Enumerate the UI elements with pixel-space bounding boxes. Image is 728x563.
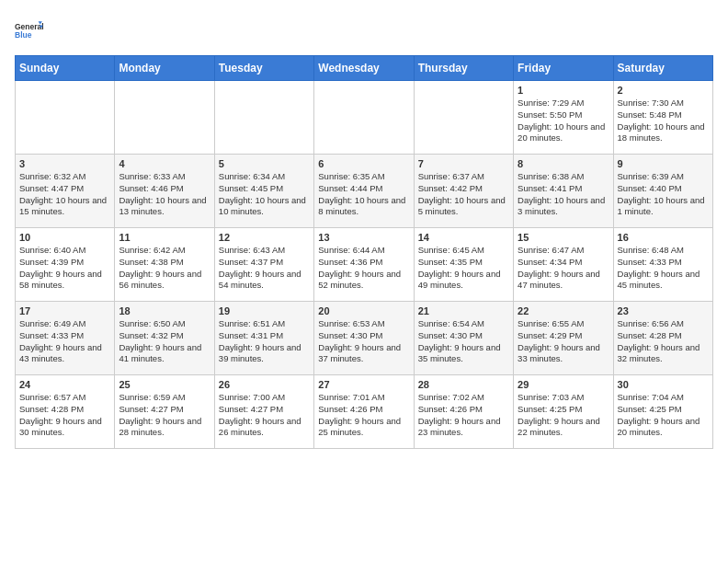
day-info: Sunrise: 6:38 AMSunset: 4:41 PMDaylight:… — [518, 171, 609, 218]
day-cell: 16Sunrise: 6:48 AMSunset: 4:33 PMDayligh… — [613, 228, 712, 302]
day-cell: 5Sunrise: 6:34 AMSunset: 4:45 PMDaylight… — [214, 155, 313, 228]
header-cell-sunday: Sunday — [16, 56, 115, 81]
day-cell: 9Sunrise: 6:39 AMSunset: 4:40 PMDaylight… — [613, 155, 712, 228]
day-cell: 8Sunrise: 6:38 AMSunset: 4:41 PMDaylight… — [514, 155, 613, 228]
day-info: Sunrise: 6:50 AMSunset: 4:32 PMDaylight:… — [119, 318, 210, 365]
day-info: Sunrise: 6:37 AMSunset: 4:42 PMDaylight:… — [418, 171, 509, 218]
header-cell-saturday: Saturday — [613, 56, 712, 81]
day-cell: 19Sunrise: 6:51 AMSunset: 4:31 PMDayligh… — [214, 302, 313, 375]
day-cell — [414, 81, 513, 155]
day-number: 17 — [19, 305, 110, 316]
day-number: 15 — [518, 232, 609, 243]
day-number: 3 — [19, 158, 110, 169]
day-cell: 29Sunrise: 7:03 AMSunset: 4:25 PMDayligh… — [514, 375, 613, 449]
day-info: Sunrise: 7:00 AMSunset: 4:27 PMDaylight:… — [219, 392, 310, 439]
day-number: 9 — [618, 158, 709, 169]
day-info: Sunrise: 6:33 AMSunset: 4:46 PMDaylight:… — [119, 171, 210, 218]
day-cell — [214, 81, 313, 155]
day-info: Sunrise: 7:04 AMSunset: 4:25 PMDaylight:… — [618, 392, 709, 439]
day-number: 27 — [318, 379, 409, 390]
week-row-3: 17Sunrise: 6:49 AMSunset: 4:33 PMDayligh… — [16, 302, 713, 375]
day-number: 11 — [119, 232, 210, 243]
day-cell — [16, 81, 115, 155]
day-number: 7 — [418, 158, 509, 169]
day-info: Sunrise: 6:40 AMSunset: 4:39 PMDaylight:… — [19, 245, 110, 292]
day-info: Sunrise: 6:59 AMSunset: 4:27 PMDaylight:… — [119, 392, 210, 439]
day-number: 2 — [618, 85, 709, 96]
day-number: 19 — [219, 305, 310, 316]
day-number: 30 — [618, 379, 709, 390]
calendar-table: SundayMondayTuesdayWednesdayThursdayFrid… — [15, 55, 713, 449]
day-info: Sunrise: 6:39 AMSunset: 4:40 PMDaylight:… — [618, 171, 709, 218]
day-info: Sunrise: 7:03 AMSunset: 4:25 PMDaylight:… — [518, 392, 609, 439]
calendar-header: SundayMondayTuesdayWednesdayThursdayFrid… — [16, 56, 713, 81]
day-cell: 10Sunrise: 6:40 AMSunset: 4:39 PMDayligh… — [16, 228, 115, 302]
day-number: 23 — [618, 305, 709, 316]
day-info: Sunrise: 6:35 AMSunset: 4:44 PMDaylight:… — [318, 171, 409, 218]
day-info: Sunrise: 6:44 AMSunset: 4:36 PMDaylight:… — [318, 245, 409, 292]
day-number: 12 — [219, 232, 310, 243]
day-cell — [115, 81, 214, 155]
day-cell: 25Sunrise: 6:59 AMSunset: 4:27 PMDayligh… — [115, 375, 214, 449]
day-cell: 20Sunrise: 6:53 AMSunset: 4:30 PMDayligh… — [314, 302, 414, 375]
day-cell: 22Sunrise: 6:55 AMSunset: 4:29 PMDayligh… — [514, 302, 613, 375]
week-row-1: 3Sunrise: 6:32 AMSunset: 4:47 PMDaylight… — [16, 155, 713, 228]
header-cell-tuesday: Tuesday — [214, 56, 313, 81]
day-cell: 14Sunrise: 6:45 AMSunset: 4:35 PMDayligh… — [414, 228, 513, 302]
day-info: Sunrise: 6:43 AMSunset: 4:37 PMDaylight:… — [219, 245, 310, 292]
day-info: Sunrise: 6:53 AMSunset: 4:30 PMDaylight:… — [318, 318, 409, 365]
day-number: 26 — [219, 379, 310, 390]
day-info: Sunrise: 6:56 AMSunset: 4:28 PMDaylight:… — [618, 318, 709, 365]
day-info: Sunrise: 7:02 AMSunset: 4:26 PMDaylight:… — [418, 392, 509, 439]
day-cell: 11Sunrise: 6:42 AMSunset: 4:38 PMDayligh… — [115, 228, 214, 302]
day-number: 10 — [19, 232, 110, 243]
day-number: 25 — [119, 379, 210, 390]
day-cell: 13Sunrise: 6:44 AMSunset: 4:36 PMDayligh… — [314, 228, 414, 302]
day-number: 29 — [518, 379, 609, 390]
day-info: Sunrise: 6:42 AMSunset: 4:38 PMDaylight:… — [119, 245, 210, 292]
day-number: 6 — [318, 158, 409, 169]
day-cell: 24Sunrise: 6:57 AMSunset: 4:28 PMDayligh… — [16, 375, 115, 449]
header-cell-thursday: Thursday — [414, 56, 513, 81]
day-info: Sunrise: 6:55 AMSunset: 4:29 PMDaylight:… — [518, 318, 609, 365]
calendar-body: 1Sunrise: 7:29 AMSunset: 5:50 PMDaylight… — [16, 81, 713, 449]
day-number: 24 — [19, 379, 110, 390]
day-cell: 18Sunrise: 6:50 AMSunset: 4:32 PMDayligh… — [115, 302, 214, 375]
day-number: 5 — [219, 158, 310, 169]
header-cell-wednesday: Wednesday — [314, 56, 414, 81]
day-info: Sunrise: 6:47 AMSunset: 4:34 PMDaylight:… — [518, 245, 609, 292]
day-cell: 30Sunrise: 7:04 AMSunset: 4:25 PMDayligh… — [613, 375, 712, 449]
day-number: 18 — [119, 305, 210, 316]
day-cell: 7Sunrise: 6:37 AMSunset: 4:42 PMDaylight… — [414, 155, 513, 228]
day-cell: 27Sunrise: 7:01 AMSunset: 4:26 PMDayligh… — [314, 375, 414, 449]
day-cell: 26Sunrise: 7:00 AMSunset: 4:27 PMDayligh… — [214, 375, 313, 449]
day-info: Sunrise: 6:57 AMSunset: 4:28 PMDaylight:… — [19, 392, 110, 439]
week-row-0: 1Sunrise: 7:29 AMSunset: 5:50 PMDaylight… — [16, 81, 713, 155]
day-cell: 12Sunrise: 6:43 AMSunset: 4:37 PMDayligh… — [214, 228, 313, 302]
day-cell: 3Sunrise: 6:32 AMSunset: 4:47 PMDaylight… — [16, 155, 115, 228]
day-number: 8 — [518, 158, 609, 169]
header-row: SundayMondayTuesdayWednesdayThursdayFrid… — [16, 56, 713, 81]
day-number: 4 — [119, 158, 210, 169]
day-number: 13 — [318, 232, 409, 243]
svg-text:Blue: Blue — [15, 30, 32, 40]
day-cell: 15Sunrise: 6:47 AMSunset: 4:34 PMDayligh… — [514, 228, 613, 302]
header-cell-monday: Monday — [115, 56, 214, 81]
day-info: Sunrise: 6:34 AMSunset: 4:45 PMDaylight:… — [219, 171, 310, 218]
day-cell: 28Sunrise: 7:02 AMSunset: 4:26 PMDayligh… — [414, 375, 513, 449]
day-info: Sunrise: 7:29 AMSunset: 5:50 PMDaylight:… — [518, 98, 609, 144]
day-info: Sunrise: 6:49 AMSunset: 4:33 PMDaylight:… — [19, 318, 110, 365]
day-cell: 6Sunrise: 6:35 AMSunset: 4:44 PMDaylight… — [314, 155, 414, 228]
day-info: Sunrise: 6:32 AMSunset: 4:47 PMDaylight:… — [19, 171, 110, 218]
day-cell: 2Sunrise: 7:30 AMSunset: 5:48 PMDaylight… — [613, 81, 712, 155]
day-cell: 17Sunrise: 6:49 AMSunset: 4:33 PMDayligh… — [16, 302, 115, 375]
day-cell: 21Sunrise: 6:54 AMSunset: 4:30 PMDayligh… — [414, 302, 513, 375]
day-cell: 4Sunrise: 6:33 AMSunset: 4:46 PMDaylight… — [115, 155, 214, 228]
day-info: Sunrise: 6:54 AMSunset: 4:30 PMDaylight:… — [418, 318, 509, 365]
logo: General Blue — [15, 15, 44, 48]
week-row-4: 24Sunrise: 6:57 AMSunset: 4:28 PMDayligh… — [16, 375, 713, 449]
day-number: 16 — [618, 232, 709, 243]
week-row-2: 10Sunrise: 6:40 AMSunset: 4:39 PMDayligh… — [16, 228, 713, 302]
day-cell: 1Sunrise: 7:29 AMSunset: 5:50 PMDaylight… — [514, 81, 613, 155]
day-number: 14 — [418, 232, 509, 243]
